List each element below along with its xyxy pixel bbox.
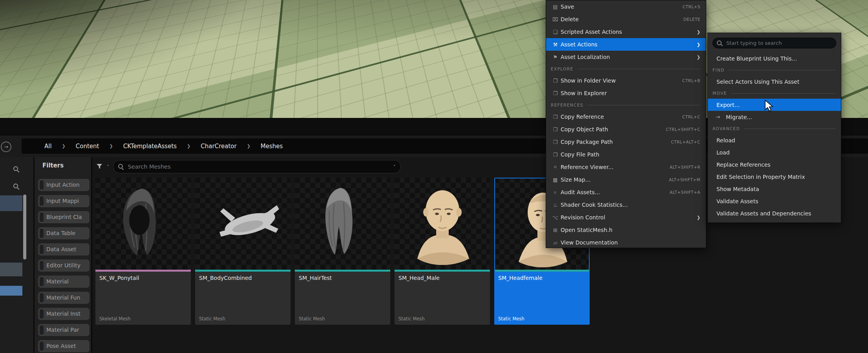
- folder-explorer-icon: ❐: [550, 90, 561, 96]
- breadcrumb-item-all[interactable]: All: [44, 143, 52, 150]
- submenu-arrow-icon: ❯: [697, 55, 700, 60]
- menu-item-create-blueprint-using-this[interactable]: Create Blueprint Using This...: [708, 52, 841, 64]
- menu-item-asset-actions[interactable]: ⚒ Asset Actions ❯: [546, 38, 706, 51]
- menu-item-select-actors-using-this-asset[interactable]: Select Actors Using This Asset: [708, 75, 841, 88]
- script-page-icon: ❏: [550, 29, 561, 35]
- tree-row-inactive-selected[interactable]: [0, 195, 22, 211]
- submenu-section-move: MOVE: [708, 88, 841, 99]
- breadcrumb-separator-icon: ❯: [62, 143, 66, 149]
- breadcrumb-item-charcreator[interactable]: CharCreator: [201, 143, 236, 150]
- submenu-section-advanced: ADVANCED: [708, 123, 841, 134]
- menu-item-shader-cook-statistics[interactable]: ♨ Shader Cook Statistics...: [546, 199, 706, 211]
- menu-item-asset-localization[interactable]: ⚑ Asset Localization ❯: [546, 51, 706, 63]
- menu-item-view-documentation[interactable]: ▱ View Documentation: [546, 236, 706, 249]
- save-icon: ▤: [550, 4, 561, 10]
- breadcrumb-item-meshes[interactable]: Meshes: [261, 143, 283, 150]
- asset-tile-label: SK_W_Ponytail Skeletal Mesh: [95, 272, 191, 325]
- menu-section-explore: EXPLORE: [546, 63, 706, 74]
- mouse-cursor: [765, 100, 775, 112]
- filter-pill-input-action[interactable]: Input Action: [38, 179, 90, 191]
- menu-item-validate-assets[interactable]: Validate Assets: [708, 195, 841, 207]
- submenu-arrow-icon: ❯: [697, 215, 700, 220]
- reference-graph-icon: ⌗: [550, 164, 561, 170]
- sources-search-button[interactable]: [0, 160, 32, 178]
- asset-tile-sm-hairtest[interactable]: SM_HairTest Static Mesh: [295, 178, 390, 325]
- filter-pill-material-parameter[interactable]: Material Par: [38, 324, 90, 336]
- menu-item-reload[interactable]: Reload: [708, 134, 841, 146]
- menu-item-audit-assets[interactable]: ⌕ Audit Assets... ALT+SHIFT+A: [546, 186, 706, 199]
- submenu-search-box[interactable]: [713, 38, 836, 48]
- book-icon: ▱: [550, 240, 561, 246]
- breadcrumb-separator-icon: ❯: [187, 143, 190, 149]
- menu-item-reference-viewer[interactable]: ⌗ Reference Viewer... ALT+SHIFT+R: [546, 161, 706, 173]
- menu-item-delete[interactable]: ⌧ Delete DELETE: [546, 13, 706, 26]
- steaming-pot-icon: ♨: [550, 202, 561, 208]
- tree-search-button[interactable]: [0, 178, 32, 195]
- filter-pill-blueprint-class[interactable]: Blueprint Cla: [38, 211, 90, 223]
- submenu-arrow-icon: ❯: [697, 29, 700, 35]
- tree-scrollbar[interactable]: [23, 195, 26, 259]
- menu-item-copy-reference[interactable]: ❒ Copy Reference CTRL+C: [546, 110, 706, 123]
- asset-search-input[interactable]: [127, 163, 390, 170]
- menu-item-load[interactable]: Load: [708, 146, 841, 158]
- menu-item-copy-package-path[interactable]: ❒ Copy Package Path CTRL+ALT+C: [546, 136, 706, 148]
- search-icon: [13, 184, 19, 189]
- menu-item-save[interactable]: ▤ Save CTRL+S: [546, 0, 706, 13]
- folder-view-icon: ❐: [550, 78, 561, 84]
- copy-icon: ❒: [550, 139, 561, 145]
- menu-item-replace-references[interactable]: Replace References: [708, 158, 841, 171]
- filter-pill-data-table[interactable]: Data Table: [38, 227, 90, 239]
- submenu-arrow-icon: ❯: [697, 42, 700, 47]
- filter-pill-input-mapping[interactable]: Input Mappi: [38, 195, 90, 207]
- search-icon: [118, 164, 124, 169]
- chevron-down-icon[interactable]: ˅: [107, 164, 109, 169]
- menu-item-size-map[interactable]: ▦ Size Map... ALT+SHIFT+M: [546, 173, 706, 186]
- circular-arrow-icon[interactable]: →: [1, 142, 11, 152]
- menu-item-show-metadata[interactable]: Show Metadata: [708, 183, 841, 195]
- menu-item-copy-object-path[interactable]: ❒ Copy Object Path CTRL+SHIFT+C: [546, 123, 706, 136]
- menu-item-show-in-folder-view[interactable]: ❐ Show in Folder View CTRL+B: [546, 74, 706, 87]
- filter-pill-material-instance[interactable]: Material Inst: [38, 308, 90, 320]
- breadcrumb-separator-icon: ❯: [109, 143, 113, 149]
- filter-funnel-icon[interactable]: [96, 164, 103, 170]
- search-icon: [13, 166, 19, 172]
- tree-row-hover[interactable]: [0, 263, 22, 276]
- menu-item-open-staticmesh-header[interactable]: ⊞ Open StaticMesh.h: [546, 224, 706, 236]
- sources-rail: [0, 157, 35, 353]
- filter-pill-pose-asset[interactable]: Pose Asset: [38, 340, 90, 352]
- asset-tile-label: SM_BodyCombined Static Mesh: [195, 272, 291, 325]
- asset-search-box[interactable]: ˅: [113, 160, 401, 173]
- asset-type: Static Mesh: [398, 316, 486, 322]
- copy-icon: ❒: [550, 127, 561, 132]
- asset-type: Static Mesh: [199, 316, 287, 322]
- menu-item-edit-selection-in-property-matrix[interactable]: Edit Selection in Property Matrix: [708, 171, 841, 183]
- filter-pill-data-asset[interactable]: Data Asset: [38, 243, 90, 256]
- menu-item-scripted-asset-actions[interactable]: ❏ Scripted Asset Actions ❯: [546, 26, 706, 38]
- menu-item-revision-control[interactable]: ⌥ Revision Control ❯: [546, 211, 706, 224]
- filter-pill-material[interactable]: Material: [38, 276, 90, 288]
- menu-item-copy-file-path[interactable]: ❒ Copy File Path: [546, 148, 706, 161]
- menu-item-show-in-explorer[interactable]: ❐ Show in Explorer: [546, 87, 706, 99]
- breadcrumb-item-cktemplateassets[interactable]: CKTemplateAssets: [123, 143, 177, 150]
- tree-row-selected[interactable]: [0, 286, 22, 296]
- filter-pill-editor-utility[interactable]: Editor Utility: [38, 259, 90, 272]
- asset-name: SK_W_Ponytail: [99, 275, 187, 281]
- copy-icon: ❒: [550, 114, 561, 120]
- filter-pill-list: Input Action Input Mappi Blueprint Cla D…: [38, 179, 90, 352]
- menu-item-validate-assets-and-dependencies[interactable]: Validate Assets and Dependencies: [708, 207, 841, 219]
- chevron-down-icon[interactable]: ˅: [393, 164, 396, 169]
- submenu-search-input[interactable]: [725, 40, 832, 46]
- asset-tile-sk-w-ponytail[interactable]: SK_W_Ponytail Skeletal Mesh: [95, 178, 191, 325]
- asset-name: SM_Headfemale: [498, 275, 586, 281]
- menu-item-migrate[interactable]: ⇥ Migrate...: [708, 111, 841, 123]
- asset-name: SM_HairTest: [299, 275, 386, 281]
- wrench-icon: ⚒: [550, 42, 561, 48]
- asset-tile-sm-head-male[interactable]: SM_Head_Male Static Mesh: [395, 178, 490, 325]
- branch-icon: ⌥: [550, 215, 561, 221]
- migrate-icon: ⇥: [716, 114, 726, 120]
- breadcrumb-item-content[interactable]: Content: [76, 143, 99, 150]
- unreal-editor-window: → All ❯ Content ❯ CKTemplateAssets ❯ Cha…: [0, 0, 868, 353]
- male-head-render: [395, 178, 490, 270]
- filter-pill-material-function[interactable]: Material Fun: [38, 292, 90, 304]
- asset-tile-sm-bodycombined[interactable]: SM_BodyCombined Static Mesh: [195, 178, 291, 325]
